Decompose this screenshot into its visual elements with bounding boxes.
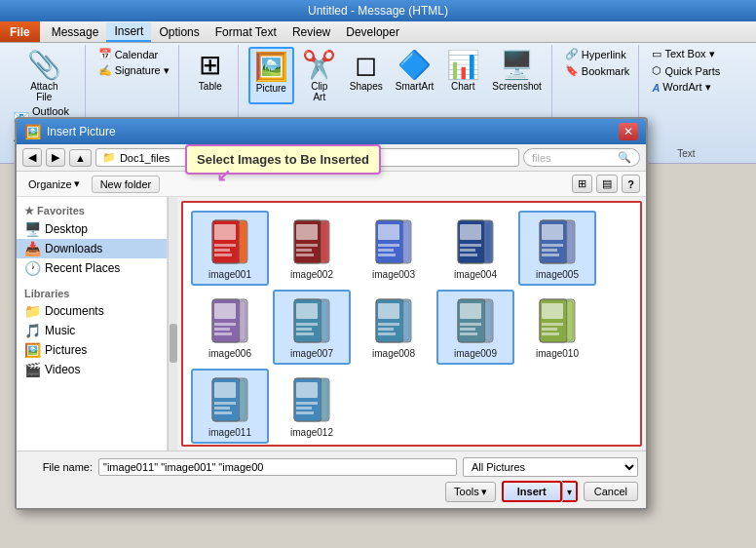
sidebar-item-recent-places[interactable]: 🕐 Recent Places: [17, 258, 167, 278]
file-label: image012: [290, 427, 333, 438]
callout: Select Images to Be Inserted ↙: [185, 144, 381, 175]
file-item[interactable]: image011: [191, 369, 269, 444]
picture-icon: 🖼️: [254, 51, 288, 83]
cancel-button[interactable]: Cancel: [584, 482, 638, 501]
file-menu[interactable]: File: [0, 21, 40, 42]
file-label: image009: [454, 348, 497, 359]
organize-button[interactable]: Organize ▾: [22, 176, 86, 192]
file-label: image005: [536, 269, 579, 280]
button-row: Tools ▾ Insert ▾ Cancel: [24, 481, 638, 502]
sidebar-item-documents[interactable]: 📁 Documents: [17, 301, 167, 321]
svg-rect-65: [542, 303, 563, 319]
clip-art-icon: ✂️: [302, 49, 336, 81]
svg-rect-81: [296, 407, 312, 410]
chart-button[interactable]: 📊 Chart: [441, 47, 484, 104]
svg-rect-82: [296, 411, 314, 414]
nav-path-text: Doc1_files: [120, 152, 170, 164]
view-small-button[interactable]: ▤: [596, 175, 618, 193]
clip-art-button[interactable]: ✂️ ClipArt: [298, 47, 341, 104]
calendar-button[interactable]: 📅 Calendar: [95, 47, 172, 61]
sidebar-item-pictures[interactable]: 🖼️ Pictures: [17, 340, 167, 360]
text-box-button[interactable]: ▭ Text Box ▾: [649, 47, 723, 61]
file-item[interactable]: image007: [273, 290, 351, 365]
nav-up-button[interactable]: ▲: [69, 149, 92, 167]
text-group-label: Text: [677, 146, 695, 159]
svg-rect-27: [485, 222, 491, 261]
svg-rect-13: [321, 222, 327, 261]
file-item[interactable]: image012: [273, 369, 351, 444]
svg-rect-54: [378, 333, 396, 335]
dialog-close-button[interactable]: ✕: [619, 123, 638, 140]
calendar-label: Calendar: [115, 49, 159, 60]
file-item[interactable]: image010: [518, 290, 596, 365]
bookmark-button[interactable]: 🔖 Bookmark: [562, 63, 633, 78]
sidebar-item-desktop[interactable]: 🖥️ Desktop: [17, 219, 167, 239]
desktop-icon: 🖥️: [24, 221, 41, 237]
nav-back-button[interactable]: ◀: [22, 148, 42, 167]
documents-icon: 📁: [24, 303, 41, 319]
menu-insert[interactable]: Insert: [106, 22, 151, 42]
new-folder-button[interactable]: New folder: [92, 176, 161, 193]
file-item[interactable]: image001: [191, 211, 269, 286]
file-item[interactable]: image009: [436, 290, 514, 365]
folder-icon: 📁: [102, 151, 116, 164]
file-item[interactable]: image005: [518, 211, 596, 286]
svg-rect-25: [460, 249, 475, 252]
sidebar-item-music[interactable]: 🎵 Music: [17, 321, 167, 340]
sidebar-videos-label: Videos: [45, 363, 80, 376]
view-details-button[interactable]: ?: [622, 175, 640, 193]
file-thumbnail: [532, 216, 583, 267]
sidebar-recent-places-label: Recent Places: [45, 261, 120, 275]
nav-forward-button[interactable]: ▶: [46, 148, 65, 167]
hyperlink-button[interactable]: 🔗 Hyperlink: [562, 47, 633, 61]
svg-rect-40: [214, 333, 232, 335]
insert-button[interactable]: Insert: [502, 481, 562, 502]
view-large-button[interactable]: ⊞: [572, 175, 592, 193]
file-item[interactable]: image004: [436, 211, 514, 286]
insert-dropdown-button[interactable]: ▾: [562, 481, 578, 502]
hyperlink-icon: 🔗: [565, 48, 579, 60]
signature-button[interactable]: ✍️ Signature ▾: [95, 63, 172, 78]
table-button[interactable]: ⊞ Table: [189, 47, 232, 94]
wordart-button[interactable]: A WordArt ▾: [649, 80, 723, 95]
tools-chevron: ▾: [481, 486, 487, 498]
picture-button[interactable]: 🖼️ Picture: [248, 47, 294, 104]
sidebar-scrollbar[interactable]: [168, 197, 177, 450]
tools-button[interactable]: Tools ▾: [445, 482, 496, 502]
screenshot-button[interactable]: 🖥️ Screenshot: [488, 47, 546, 104]
file-thumbnail: [368, 295, 419, 346]
quick-parts-label: Quick Parts: [664, 65, 720, 77]
file-item[interactable]: image002: [273, 211, 351, 286]
file-thumbnail: [368, 216, 419, 267]
smartart-button[interactable]: 🔷 SmartArt: [392, 47, 437, 104]
file-item[interactable]: image008: [355, 290, 433, 365]
menu-review[interactable]: Review: [284, 23, 338, 41]
nav-search-box[interactable]: files 🔍: [523, 148, 640, 167]
search-text: files: [532, 152, 551, 164]
attach-file-button[interactable]: 📎 AttachFile: [22, 47, 65, 104]
file-item[interactable]: image006: [191, 290, 269, 365]
svg-rect-16: [378, 224, 399, 240]
file-thumbnail: [286, 295, 337, 346]
file-name-input[interactable]: [98, 458, 457, 476]
svg-rect-83: [321, 380, 327, 419]
sidebar-scrollbar-thumb[interactable]: [170, 324, 177, 363]
menu-developer[interactable]: Developer: [338, 23, 407, 41]
favorites-header: ★ Favorites: [17, 203, 167, 219]
sidebar-item-videos[interactable]: 🎬 Videos: [17, 360, 167, 379]
videos-icon: 🎬: [24, 362, 41, 377]
svg-rect-24: [460, 244, 481, 247]
file-type-select[interactable]: All Pictures: [463, 457, 638, 477]
menu-format-text[interactable]: Format Text: [208, 23, 284, 41]
sidebar-item-downloads[interactable]: 📥 Downloads: [17, 239, 167, 258]
shapes-button[interactable]: ◻ Shapes: [345, 47, 388, 104]
menu-options[interactable]: Options: [151, 23, 207, 41]
file-thumbnail: [205, 216, 255, 267]
quick-parts-button[interactable]: ⬡ Quick Parts: [649, 63, 723, 78]
svg-rect-18: [378, 249, 394, 252]
svg-rect-30: [542, 224, 563, 240]
sidebar-documents-label: Documents: [45, 304, 104, 318]
organize-label: Organize: [28, 178, 72, 190]
file-item[interactable]: image003: [355, 211, 433, 286]
menu-message[interactable]: Message: [44, 23, 107, 41]
